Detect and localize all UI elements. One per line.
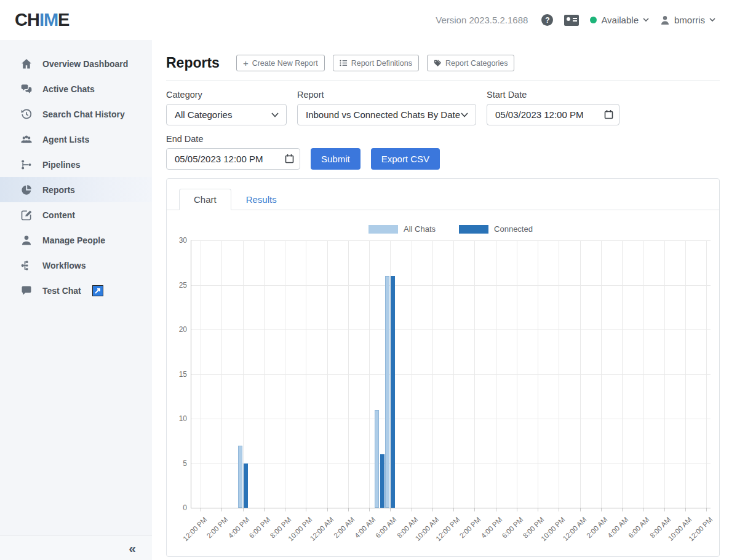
external-link-icon[interactable] (92, 285, 103, 296)
plus-icon: + (243, 58, 249, 68)
bar-connected[interactable] (244, 463, 248, 508)
sidebar-item-test-chat[interactable]: Test Chat (0, 278, 152, 303)
x-axis-tick-label: 2:00 AM (585, 516, 608, 539)
bar-chart: All Chats Connected 05101520253012:00 PM… (167, 210, 719, 554)
calendar-icon[interactable] (285, 154, 294, 164)
bar-all-chats[interactable] (385, 276, 389, 508)
report-select[interactable]: Inbound vs Connected Chats By Date (297, 104, 476, 125)
sidebar-item-manage-people[interactable]: Manage People (0, 227, 152, 253)
sidebar-footer: « (0, 535, 152, 560)
list-icon (340, 59, 348, 67)
x-axis-tick-label: 4:00 PM (226, 516, 250, 540)
x-axis-line (191, 508, 711, 508)
start-date-input[interactable] (487, 104, 619, 125)
help-icon[interactable]: ? (541, 14, 553, 26)
bar-all-chats[interactable] (238, 446, 242, 508)
end-date-input[interactable] (166, 148, 300, 170)
y-axis-line (191, 240, 191, 508)
gridline (412, 240, 412, 508)
x-axis-tick-label: 12:00 PM (181, 516, 208, 542)
y-axis-tick-label: 15 (169, 370, 187, 379)
gridline (191, 285, 711, 286)
sidebar-item-active-chats[interactable]: Active Chats (0, 76, 152, 101)
report-definitions-button[interactable]: Report Definitions (333, 55, 419, 71)
y-axis-tick-label: 5 (169, 459, 187, 468)
chats-icon (20, 83, 33, 95)
availability-dropdown[interactable]: Available (590, 15, 649, 25)
sidebar: Overview Dashboard Active Chats Search C… (0, 40, 152, 560)
user-menu[interactable]: bmorris (660, 15, 715, 25)
bar-connected[interactable] (391, 276, 395, 508)
x-axis-tick-label: 6:00 PM (500, 516, 524, 540)
x-axis-tick-label: 6:00 AM (374, 516, 397, 539)
gridline (706, 240, 707, 508)
sidebar-item-reports[interactable]: Reports (0, 177, 152, 202)
page-title: Reports (166, 55, 220, 71)
bar-all-chats[interactable] (375, 410, 379, 508)
plot-area: 05101520253012:00 PM2:00 PM4:00 PM6:00 P… (167, 210, 719, 554)
gridline (348, 240, 349, 508)
pie-chart-icon (20, 184, 33, 196)
edit-icon (20, 209, 33, 221)
end-date-label: End Date (166, 134, 300, 144)
tags-icon (434, 59, 442, 67)
x-axis-tick-label: 6:00 AM (627, 516, 650, 539)
person-icon (20, 234, 33, 246)
sidebar-item-agent-lists[interactable]: Agent Lists (0, 127, 152, 152)
gridline (191, 463, 711, 464)
report-value: Inbound vs Connected Chats By Date (306, 109, 460, 120)
gridline (327, 240, 328, 508)
tab-results[interactable]: Results (231, 189, 292, 210)
gridline (559, 240, 559, 508)
category-value: All Categories (175, 109, 232, 120)
gridline (432, 240, 433, 508)
gridline (664, 240, 665, 508)
app-window: CHIME Version 2023.5.2.1688 ? Available … (0, 0, 729, 560)
report-categories-button[interactable]: Report Categories (427, 55, 514, 71)
x-axis-tick-label: 4:00 AM (353, 516, 376, 539)
calendar-icon[interactable] (604, 109, 613, 119)
sidebar-item-overview-dashboard[interactable]: Overview Dashboard (0, 51, 152, 76)
create-new-report-button[interactable]: + Create New Report (236, 55, 325, 71)
chevron-down-icon (271, 112, 279, 117)
report-filters: Category All Categories Report Inbound v… (166, 81, 720, 170)
workflow-icon (20, 259, 33, 272)
logo-text: CH (15, 10, 39, 30)
gridline (580, 240, 581, 508)
gridline (369, 240, 370, 508)
sidebar-item-workflows[interactable]: Workflows (0, 253, 152, 278)
gridline (685, 240, 686, 508)
topbar: CHIME Version 2023.5.2.1688 ? Available … (0, 0, 729, 40)
submit-button[interactable]: Submit (311, 148, 361, 170)
export-csv-button[interactable]: Export CSV (371, 148, 440, 170)
chime-logo[interactable]: CHIME (15, 10, 69, 30)
username-label: bmorris (674, 15, 705, 25)
y-axis-tick-label: 0 (169, 503, 187, 512)
x-axis-tick-label: 2:00 PM (458, 516, 482, 540)
gridline (601, 240, 602, 508)
contact-card-icon[interactable] (564, 15, 579, 26)
start-date-label: Start Date (487, 90, 619, 100)
gridline (496, 240, 496, 508)
agents-icon (20, 133, 33, 146)
sidebar-item-pipelines[interactable]: Pipelines (0, 152, 152, 177)
main-content: Reports + Create New Report Report Defin… (152, 40, 729, 560)
chart-panel: Chart Results All Chats Connected 051015… (166, 178, 720, 557)
availability-label: Available (601, 15, 639, 25)
y-axis-tick-label: 25 (169, 281, 187, 290)
gridline (191, 419, 711, 419)
status-dot-icon (590, 17, 597, 23)
collapse-sidebar-button[interactable]: « (129, 542, 136, 554)
x-axis-tick-label: 4:00 PM (479, 516, 503, 540)
bar-connected[interactable] (380, 454, 384, 508)
chat-bubble-icon (20, 285, 33, 297)
chevron-down-icon (709, 18, 715, 22)
category-select[interactable]: All Categories (166, 104, 287, 125)
tab-chart[interactable]: Chart (179, 189, 231, 210)
x-axis-tick-label: 2:00 AM (332, 516, 356, 539)
gridline (643, 240, 643, 508)
gridline (306, 240, 306, 508)
sidebar-item-search-chat-history[interactable]: Search Chat History (0, 101, 152, 127)
gridline (474, 240, 475, 508)
sidebar-item-content[interactable]: Content (0, 202, 152, 227)
